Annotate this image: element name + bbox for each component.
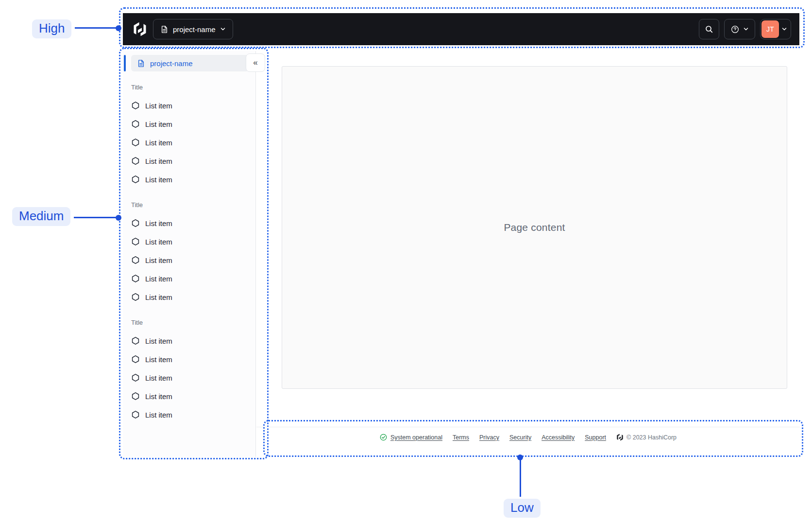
sidebar-item[interactable]: List item <box>123 96 255 115</box>
sidebar-item-label: List item <box>145 175 172 184</box>
chevron-down-icon <box>743 26 749 32</box>
hexagon-icon <box>131 175 140 184</box>
hashicorp-logo-icon <box>133 22 147 36</box>
hexagon-icon <box>131 157 140 165</box>
sidebar-item[interactable]: List item <box>123 288 255 306</box>
avatar: JT <box>761 20 779 38</box>
sidebar-section-title: Title <box>123 195 255 214</box>
hexagon-icon <box>131 336 140 345</box>
sidebar-item-label: List item <box>145 374 172 382</box>
footer-link-terms[interactable]: Terms <box>453 434 469 441</box>
sidebar-item[interactable]: List item <box>123 387 255 405</box>
file-text-icon <box>160 25 169 34</box>
help-question-icon <box>731 25 739 34</box>
hexagon-icon <box>131 256 140 264</box>
sidebar-item-label: List item <box>145 120 172 128</box>
sidebar-nav: Title List item List item List item List… <box>123 78 255 424</box>
sidebar-item-label: List item <box>145 102 172 110</box>
copyright: © 2023 HashiCorp <box>616 434 677 441</box>
sidebar-item[interactable]: List item <box>123 232 255 251</box>
hexagon-icon <box>131 120 140 128</box>
hashicorp-logo-icon <box>616 434 624 441</box>
page-content-placeholder: Page content <box>504 222 565 233</box>
hexagon-icon <box>131 392 140 401</box>
main-content-area: Page content <box>282 66 787 389</box>
page: project-name <box>0 0 812 524</box>
sidebar-item[interactable]: List item <box>123 251 255 269</box>
help-menu-button[interactable] <box>724 19 755 39</box>
sidebar-item-label: List item <box>145 275 172 283</box>
hexagon-icon <box>131 410 140 419</box>
sidebar-item-label: List item <box>145 238 172 246</box>
navbar-actions: JT <box>699 19 791 39</box>
hexagon-icon <box>131 237 140 246</box>
chevron-down-icon <box>220 26 226 32</box>
sidebar-section-title: Title <box>123 78 255 96</box>
sidebar-item[interactable]: List item <box>123 170 255 189</box>
project-switcher-button[interactable]: project-name <box>153 19 233 39</box>
system-operational-link[interactable]: System operational <box>390 434 442 441</box>
account-menu-button[interactable]: JT <box>760 19 791 39</box>
footer-link-accessibility[interactable]: Accessibility <box>541 434 575 441</box>
hexagon-icon <box>131 219 140 227</box>
annotation-connector-high <box>75 27 118 29</box>
sidebar-item[interactable]: List item <box>123 152 255 170</box>
sidebar-item[interactable]: List item <box>123 269 255 288</box>
annotation-label-low: Low <box>504 499 541 518</box>
project-switcher-label: project-name <box>173 25 216 34</box>
hexagon-icon <box>131 373 140 382</box>
sidebar-item-label: List item <box>145 392 172 401</box>
annotation-connector-medium <box>74 217 118 218</box>
sidebar-project-label: project-name <box>150 59 193 68</box>
sidebar-item[interactable]: List item <box>123 115 255 133</box>
hexagon-icon <box>131 355 140 364</box>
copyright-text: © 2023 HashiCorp <box>626 434 677 441</box>
sidebar-item[interactable]: List item <box>123 332 255 350</box>
sidebar-item[interactable]: List item <box>123 368 255 387</box>
sidebar-item[interactable]: List item <box>123 214 255 232</box>
sidebar-item[interactable]: List item <box>123 350 255 368</box>
footer-link-security[interactable]: Security <box>509 434 531 441</box>
sidebar-item[interactable]: List item <box>123 405 255 424</box>
sidebar: project-name « Title List item List item… <box>123 51 256 457</box>
annotation-connector-low <box>520 459 521 497</box>
annotation-label-high: High <box>32 19 71 38</box>
active-item-indicator <box>124 55 126 71</box>
sidebar-item-label: List item <box>145 139 172 147</box>
search-icon <box>705 25 713 34</box>
annotation-dot-medium <box>116 215 121 221</box>
sidebar-item-label: List item <box>145 157 172 165</box>
hexagon-icon <box>131 101 140 110</box>
collapse-double-chevron-icon: « <box>253 58 257 68</box>
top-navbar: project-name <box>123 13 799 45</box>
sidebar-item-label: List item <box>145 256 172 264</box>
annotation-label-medium: Medium <box>12 207 70 226</box>
sidebar-item-label: List item <box>145 411 172 419</box>
sidebar-item[interactable]: List item <box>123 133 255 152</box>
sidebar-collapse-button[interactable]: « <box>246 53 265 72</box>
hexagon-icon <box>131 138 140 147</box>
sidebar-section-title: Title <box>123 313 255 332</box>
chevron-down-icon <box>781 26 787 32</box>
annotation-dot-high <box>116 25 121 31</box>
sidebar-item-label: List item <box>145 293 172 301</box>
sidebar-project-header[interactable]: project-name <box>131 55 249 71</box>
check-circle-icon <box>380 434 387 441</box>
search-button[interactable] <box>699 19 719 39</box>
sidebar-item-label: List item <box>145 355 172 364</box>
annotation-dot-low <box>517 454 523 460</box>
system-status: System operational <box>380 434 442 441</box>
sidebar-item-label: List item <box>145 219 172 227</box>
footer-link-support[interactable]: Support <box>585 434 606 441</box>
file-text-icon <box>137 59 145 68</box>
footer-link-privacy[interactable]: Privacy <box>479 434 499 441</box>
hexagon-icon <box>131 274 140 283</box>
footer: System operational Terms Privacy Securit… <box>256 427 800 441</box>
sidebar-item-label: List item <box>145 337 172 345</box>
hexagon-icon <box>131 293 140 301</box>
